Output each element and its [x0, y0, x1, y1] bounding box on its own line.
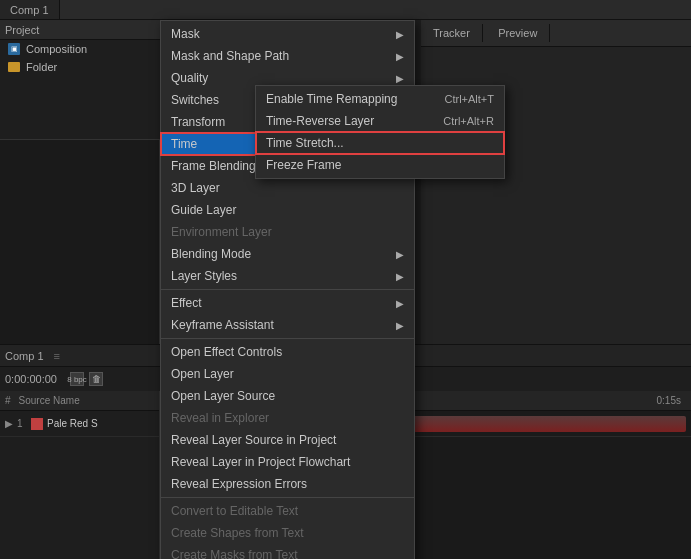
folder-item-label: Folder [26, 61, 57, 73]
submenu-arrow-icon: ▶ [396, 271, 404, 282]
menu-item-label: Quality [171, 71, 208, 85]
right-panel: Tracker Preview [421, 20, 691, 360]
menu-item-label: Transform [171, 115, 225, 129]
submenu-item-time-reverse[interactable]: Time-Reverse LayerCtrl+Alt+R [256, 110, 504, 132]
layer-color [31, 418, 43, 430]
menu-item-label: Switches [171, 93, 219, 107]
menu-item-label: Open Layer [171, 367, 234, 381]
trash-button[interactable]: 🗑 [89, 372, 103, 386]
submenu-item-time-stretch[interactable]: Time Stretch... [256, 132, 504, 154]
menu-item-label: Reveal in Explorer [171, 411, 269, 425]
submenu-item-label: Freeze Frame [266, 158, 341, 172]
menu-item-blend-mode[interactable]: Blending Mode▶ [161, 243, 414, 265]
submenu-arrow-icon: ▶ [396, 73, 404, 84]
menu-item-label: Open Layer Source [171, 389, 275, 403]
menu-item-open-layer-source[interactable]: Open Layer Source [161, 385, 414, 407]
menu-item-label: Mask and Shape Path [171, 49, 289, 63]
menu-item-reveal-flowchart[interactable]: Reveal Layer in Project Flowchart [161, 451, 414, 473]
source-item-folder[interactable]: Folder [0, 58, 160, 76]
submenu-arrow-icon: ▶ [396, 29, 404, 40]
bpc-button[interactable]: 8 bpc [70, 372, 84, 386]
submenu-item-enable-time[interactable]: Enable Time RemappingCtrl+Alt+T [256, 88, 504, 110]
submenu-arrow-icon: ▶ [396, 249, 404, 260]
submenu-item-freeze-frame[interactable]: Freeze Frame [256, 154, 504, 176]
menu-item-label: Guide Layer [171, 203, 236, 217]
menu-item-keyframe-assistant[interactable]: Keyframe Assistant▶ [161, 314, 414, 336]
col-source: Source Name [19, 395, 80, 406]
menu-item-label: Frame Blending [171, 159, 256, 173]
ruler-mark: 0:15s [657, 395, 681, 406]
menu-item-label: Mask [171, 27, 200, 41]
menu-item-3d-layer[interactable]: 3D Layer [161, 177, 414, 199]
menu-item-label: Keyframe Assistant [171, 318, 274, 332]
layer-number: 1 [17, 418, 27, 429]
layer-row[interactable]: ▶ 1 Pale Red S [0, 411, 159, 437]
menu-item-reveal-source[interactable]: Reveal Layer Source in Project [161, 429, 414, 451]
composition-icon: ▣ [8, 43, 20, 55]
comp-item-label: Composition [26, 43, 87, 55]
submenu-item-label: Time Stretch... [266, 136, 344, 150]
bpc-label: 8 bpc [67, 375, 87, 384]
timeline-menu-icon: ≡ [54, 350, 60, 362]
menu-item-mask-shape[interactable]: Mask and Shape Path▶ [161, 45, 414, 67]
submenu-item-label: Enable Time Remapping [266, 92, 397, 106]
timecode-display: 0:00:00:00 [5, 373, 65, 385]
comp-tab[interactable]: Comp 1 [0, 0, 60, 19]
menu-separator [161, 338, 414, 339]
menu-item-label: Create Shapes from Text [171, 526, 304, 540]
menu-item-label: Reveal Expression Errors [171, 477, 307, 491]
menu-item-mask[interactable]: Mask▶ [161, 23, 414, 45]
menu-item-effect[interactable]: Effect▶ [161, 292, 414, 314]
menu-item-guide-layer[interactable]: Guide Layer [161, 199, 414, 221]
menu-item-label: Reveal Layer Source in Project [171, 433, 336, 447]
timeline-left: # Source Name ▶ 1 Pale Red S [0, 391, 160, 559]
menu-item-label: Convert to Editable Text [171, 504, 298, 518]
tracker-tab[interactable]: Tracker [421, 24, 483, 42]
menu-item-label: Environment Layer [171, 225, 272, 239]
col-hash: # [5, 395, 11, 406]
submenu-item-shortcut: Ctrl+Alt+T [444, 93, 494, 105]
folder-icon [8, 62, 20, 72]
submenu-arrow-icon: ▶ [396, 298, 404, 309]
submenu-arrow-icon: ▶ [396, 320, 404, 331]
submenu: Enable Time RemappingCtrl+Alt+TTime-Reve… [255, 85, 505, 179]
timeline-header-row: # Source Name [0, 391, 159, 411]
menu-separator [161, 497, 414, 498]
menu-item-convert-text[interactable]: Convert to Editable Text [161, 500, 414, 522]
top-bar: Comp 1 [0, 0, 691, 20]
submenu-item-label: Time-Reverse Layer [266, 114, 374, 128]
menu-item-open-layer[interactable]: Open Layer [161, 363, 414, 385]
source-panel: Project ▣ Composition Folder [0, 20, 160, 140]
layer-name: Pale Red S [47, 418, 98, 429]
menu-item-label: Blending Mode [171, 247, 251, 261]
menu-item-create-masks[interactable]: Create Masks from Text [161, 544, 414, 559]
menu-item-label: Effect [171, 296, 201, 310]
menu-item-label: Layer Styles [171, 269, 237, 283]
source-panel-title: Project [5, 24, 39, 36]
menu-item-label: Create Masks from Text [171, 548, 297, 559]
submenu-item-shortcut: Ctrl+Alt+R [443, 115, 494, 127]
menu-item-label: Time [171, 137, 197, 151]
timeline-comp-name: Comp 1 [5, 350, 44, 362]
menu-item-label: Open Effect Controls [171, 345, 282, 359]
menu-item-open-effect-controls[interactable]: Open Effect Controls [161, 341, 414, 363]
preview-tab[interactable]: Preview [486, 24, 550, 42]
submenu-arrow-icon: ▶ [396, 51, 404, 62]
menu-item-layer-styles[interactable]: Layer Styles▶ [161, 265, 414, 287]
menu-item-label: 3D Layer [171, 181, 220, 195]
menu-item-label: Reveal Layer in Project Flowchart [171, 455, 350, 469]
menu-item-env-layer[interactable]: Environment Layer [161, 221, 414, 243]
menu-separator [161, 289, 414, 290]
source-panel-header: Project [0, 20, 160, 40]
menu-item-reveal-explorer[interactable]: Reveal in Explorer [161, 407, 414, 429]
layer-visibility-icon[interactable]: ▶ [5, 418, 13, 429]
source-item-comp[interactable]: ▣ Composition [0, 40, 160, 58]
menu-item-reveal-expr[interactable]: Reveal Expression Errors [161, 473, 414, 495]
menu-item-create-shapes[interactable]: Create Shapes from Text [161, 522, 414, 544]
